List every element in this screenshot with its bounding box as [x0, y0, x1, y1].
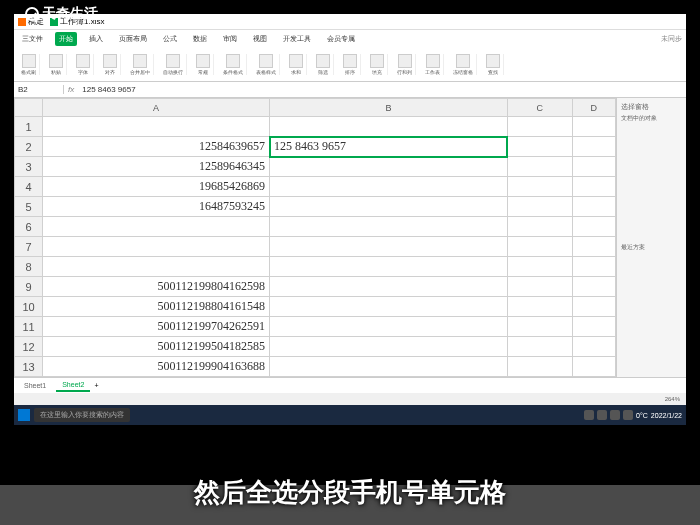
cell[interactable] — [572, 117, 615, 137]
cell[interactable] — [507, 157, 572, 177]
menu-member[interactable]: 会员专属 — [323, 32, 359, 46]
ribbon-font[interactable]: 字体 — [73, 54, 94, 75]
cell[interactable] — [572, 197, 615, 217]
ribbon-wrap[interactable]: 自动换行 — [160, 54, 187, 75]
taskbar-search[interactable]: 在这里输入你要搜索的内容 — [34, 408, 130, 422]
menu-insert[interactable]: 插入 — [85, 32, 107, 46]
ribbon-fill[interactable]: 填充 — [367, 54, 388, 75]
row-header[interactable]: 2 — [15, 137, 43, 157]
cell[interactable] — [507, 177, 572, 197]
start-button[interactable] — [18, 409, 30, 421]
ribbon-freeze[interactable]: 冻结窗格 — [450, 54, 477, 75]
ribbon-rowcol[interactable]: 行和列 — [394, 54, 416, 75]
fx-icon[interactable]: fx — [64, 85, 78, 94]
col-header-c[interactable]: C — [507, 99, 572, 117]
cell[interactable] — [43, 217, 270, 237]
cell[interactable] — [270, 297, 508, 317]
cell[interactable] — [507, 137, 572, 157]
cell[interactable]: 12584639657 — [43, 137, 270, 157]
cell[interactable] — [507, 217, 572, 237]
cell[interactable] — [572, 357, 615, 377]
cell[interactable] — [43, 237, 270, 257]
cell[interactable] — [43, 257, 270, 277]
cell[interactable] — [270, 277, 508, 297]
ribbon-align[interactable]: 对齐 — [100, 54, 121, 75]
menu-file[interactable]: 三文件 — [18, 32, 47, 46]
cell[interactable] — [270, 317, 508, 337]
cell[interactable] — [270, 177, 508, 197]
col-header-d[interactable]: D — [572, 99, 615, 117]
ribbon-sort[interactable]: 排序 — [340, 54, 361, 75]
row-header[interactable]: 4 — [15, 177, 43, 197]
cell[interactable] — [507, 337, 572, 357]
row-header[interactable]: 10 — [15, 297, 43, 317]
zoom-level[interactable]: 264% — [665, 396, 680, 402]
row-header[interactable]: 5 — [15, 197, 43, 217]
ribbon-clipboard[interactable]: 格式刷 — [18, 54, 40, 75]
cell[interactable] — [572, 217, 615, 237]
cell[interactable] — [507, 117, 572, 137]
tray-icon[interactable] — [623, 410, 633, 420]
ribbon-sheet[interactable]: 工作表 — [422, 54, 444, 75]
menu-view[interactable]: 视图 — [249, 32, 271, 46]
cell[interactable] — [270, 237, 508, 257]
cell[interactable] — [270, 197, 508, 217]
cell[interactable] — [507, 357, 572, 377]
tray-icon[interactable] — [584, 410, 594, 420]
cell[interactable] — [572, 237, 615, 257]
ribbon-sum[interactable]: 求和 — [286, 54, 307, 75]
col-header-b[interactable]: B — [270, 99, 508, 117]
row-header[interactable]: 7 — [15, 237, 43, 257]
cell[interactable] — [572, 257, 615, 277]
ribbon-cond[interactable]: 条件格式 — [220, 54, 247, 75]
cell[interactable]: 12589646345 — [43, 157, 270, 177]
cell[interactable] — [572, 157, 615, 177]
cell[interactable]: 500112199704262591 — [43, 317, 270, 337]
cell[interactable] — [507, 277, 572, 297]
row-header[interactable]: 8 — [15, 257, 43, 277]
row-header[interactable]: 13 — [15, 357, 43, 377]
cell[interactable] — [507, 237, 572, 257]
row-header[interactable]: 6 — [15, 217, 43, 237]
cell[interactable] — [507, 257, 572, 277]
row-header[interactable]: 11 — [15, 317, 43, 337]
cell[interactable] — [572, 297, 615, 317]
col-header-a[interactable]: A — [43, 99, 270, 117]
ribbon-paste[interactable]: 粘贴 — [46, 54, 67, 75]
menu-layout[interactable]: 页面布局 — [115, 32, 151, 46]
cell[interactable] — [43, 117, 270, 137]
ribbon-style[interactable]: 表格样式 — [253, 54, 280, 75]
cell[interactable] — [507, 197, 572, 217]
tray-icon[interactable] — [610, 410, 620, 420]
cell[interactable] — [572, 177, 615, 197]
cell[interactable] — [572, 277, 615, 297]
ribbon-format[interactable]: 常规 — [193, 54, 214, 75]
cell[interactable]: 16487593245 — [43, 197, 270, 217]
cell[interactable] — [270, 157, 508, 177]
cell[interactable]: 500112198804161548 — [43, 297, 270, 317]
select-all-corner[interactable] — [15, 99, 43, 117]
cell[interactable] — [507, 317, 572, 337]
ribbon-merge[interactable]: 合并居中 — [127, 54, 154, 75]
menu-review[interactable]: 审阅 — [219, 32, 241, 46]
cell[interactable]: 500112199504182585 — [43, 337, 270, 357]
formula-input[interactable]: 125 8463 9657 — [78, 85, 686, 94]
cell[interactable] — [270, 337, 508, 357]
clock[interactable]: 2022/1/22 — [651, 412, 682, 419]
cell[interactable]: 19685426869 — [43, 177, 270, 197]
sheet-tab-2[interactable]: Sheet2 — [56, 379, 90, 392]
sheet-tab-1[interactable]: Sheet1 — [18, 380, 52, 391]
cell[interactable] — [270, 117, 508, 137]
cell[interactable] — [507, 297, 572, 317]
cell[interactable] — [572, 317, 615, 337]
row-header[interactable]: 1 — [15, 117, 43, 137]
menu-home[interactable]: 开始 — [55, 32, 77, 46]
cell[interactable] — [572, 337, 615, 357]
weather-temp[interactable]: 0°C — [636, 412, 648, 419]
row-header[interactable]: 12 — [15, 337, 43, 357]
menu-dev[interactable]: 开发工具 — [279, 32, 315, 46]
row-header[interactable]: 3 — [15, 157, 43, 177]
cell[interactable]: 500112199904163688 — [43, 357, 270, 377]
cell[interactable] — [572, 137, 615, 157]
tray-icon[interactable] — [597, 410, 607, 420]
